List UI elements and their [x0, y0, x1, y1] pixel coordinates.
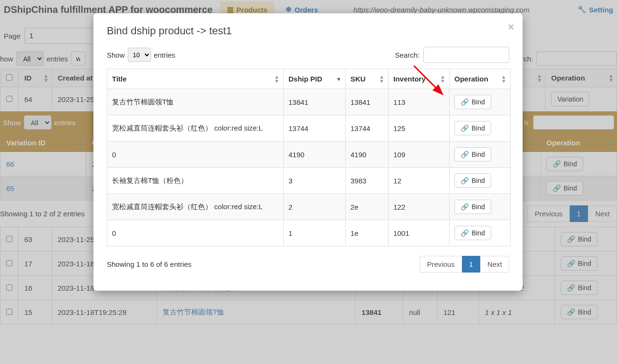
row-checkbox[interactable]	[6, 260, 12, 266]
cell-title: 宽松减直筒连帽套头衫（红色） color:red size:L	[107, 194, 284, 220]
bars-icon: ▥	[227, 5, 234, 14]
bind-button[interactable]: 🔗Bind	[561, 281, 597, 295]
link-icon: 🔗	[461, 98, 469, 106]
cell-title: 0	[107, 142, 284, 168]
col-operation[interactable]: Operation▲▼	[450, 69, 511, 89]
bind-button[interactable]: 🔗 Bind	[454, 95, 491, 109]
globe-icon: ❄	[286, 5, 292, 14]
cell-vid[interactable]: 66	[0, 152, 86, 176]
site-url: https://woo-dreamily-baby-unknown.wpcoms…	[353, 6, 529, 14]
show-label-partial: how	[0, 55, 13, 63]
sort-desc-icon: ▼	[336, 77, 341, 81]
bind-button[interactable]: 🔗Bind	[546, 157, 583, 171]
cell-pid: 13744	[284, 115, 346, 142]
cell-inventory: 125	[389, 115, 450, 142]
link-icon: 🔗	[461, 177, 469, 184]
prev-page[interactable]: Previous	[527, 205, 569, 222]
select-all-checkbox[interactable]	[6, 74, 12, 81]
table-row: 长袖复古棉T恤（粉色）3398312🔗 Bind	[107, 168, 511, 194]
bind-product-modal: × Bind dship product -> test1 Show 10 en…	[93, 13, 523, 291]
cell-title: 复古竹节棉圆领T恤	[107, 89, 284, 115]
bind-button[interactable]: 🔗 Bind	[454, 173, 491, 188]
table-row: 041904190109🔗 Bind	[107, 142, 511, 168]
sort-icon: ▲▼	[274, 75, 279, 83]
sort-icon: ▲▼	[537, 74, 542, 82]
col-created[interactable]: Created at	[58, 74, 93, 82]
col-operation-2[interactable]: Operation	[546, 139, 580, 147]
bind-button[interactable]: 🔗 Bind	[454, 226, 491, 240]
cell-size: 1 x 1 x 1	[479, 300, 555, 324]
next-page[interactable]: Next	[480, 256, 509, 273]
col-operation[interactable]: Operation	[551, 74, 585, 82]
link-icon: 🔗	[461, 151, 469, 158]
variation-button[interactable]: Variation	[551, 92, 589, 106]
sort-icon: ▲▼	[608, 139, 614, 147]
bind-button[interactable]: 🔗Bind	[561, 305, 597, 319]
sort-icon: ▲▼	[379, 75, 384, 83]
close-icon[interactable]: ×	[508, 21, 514, 33]
bind-button[interactable]: 🔗 Bind	[454, 200, 491, 214]
cell-vid[interactable]: 65	[0, 176, 86, 201]
show-label: Show	[3, 119, 21, 127]
cell-title: 长袖复古棉T恤（粉色）	[107, 168, 284, 194]
search-label: Search:	[395, 51, 420, 59]
link-icon: 🔗	[567, 260, 575, 267]
cell-sku: 4190	[346, 142, 389, 168]
we-input[interactable]	[71, 51, 85, 66]
col-title[interactable]: Title▲▼	[107, 69, 284, 89]
entries-select-modal[interactable]: 10	[128, 48, 151, 62]
entries-select-2[interactable]: All	[24, 115, 51, 130]
bind-button[interactable]: 🔗Bind	[546, 181, 583, 195]
col-pid[interactable]: Dship PID▼	[284, 69, 346, 89]
cell-pid: 3	[284, 168, 346, 194]
bind-button[interactable]: 🔗Bind	[561, 232, 597, 246]
page-1[interactable]: 1	[570, 205, 588, 222]
cell-id: 17	[19, 252, 52, 276]
bg-search-input[interactable]	[536, 51, 617, 66]
col-id[interactable]: ID	[24, 74, 31, 82]
bind-button[interactable]: 🔗Bind	[561, 256, 597, 271]
prev-page[interactable]: Previous	[420, 256, 462, 273]
cell-sku: 13841	[346, 89, 389, 115]
cell-pid: 13841	[356, 300, 403, 324]
cell-inventory: 113	[389, 89, 450, 115]
col-sku[interactable]: SKU▲▼	[346, 69, 389, 89]
sort-icon: ▲▼	[440, 75, 445, 83]
page-label: Page	[4, 32, 21, 40]
cell-title[interactable]: 复古竹节棉圆领T恤	[157, 300, 356, 324]
table-row: 152023-11-18T19:25:28复古竹节棉圆领T恤13841null1…	[0, 300, 617, 324]
cell-id: 63	[19, 227, 52, 252]
row-checkbox[interactable]	[6, 309, 12, 315]
cell-id: 15	[19, 300, 52, 324]
bind-products-table: Title▲▼ Dship PID▼ SKU▲▼ Inventory▲▼ Ope…	[107, 69, 511, 246]
search-input[interactable]	[423, 47, 509, 63]
link-icon: 🔗	[461, 124, 469, 132]
bind-button[interactable]: 🔗 Bind	[454, 121, 491, 135]
col-inventory[interactable]: Inventory▲▼	[389, 69, 450, 89]
search-label-partial-2: h:	[524, 119, 530, 127]
sort-icon: ▲▼	[501, 75, 506, 83]
cell-sku: null	[403, 300, 437, 324]
bind-button[interactable]: 🔗 Bind	[454, 147, 491, 162]
page-1[interactable]: 1	[462, 256, 480, 273]
next-page[interactable]: Next	[588, 205, 617, 222]
setting-link[interactable]: 🔧 Setting	[577, 5, 613, 14]
col-variation-id[interactable]: Variation ID	[6, 139, 46, 147]
row-checkbox[interactable]	[6, 96, 12, 102]
entries-label: entries	[47, 55, 68, 63]
setting-label: Setting	[589, 6, 613, 14]
sort-icon: ▲▼	[43, 74, 49, 82]
link-icon: 🔗	[553, 184, 561, 192]
row-checkbox[interactable]	[6, 284, 12, 291]
cell-sku: 3983	[346, 168, 389, 194]
cell-pid: 2	[284, 194, 346, 220]
row-checkbox[interactable]	[6, 236, 12, 242]
bg-search-input-2[interactable]	[533, 115, 614, 130]
pagination: Previous 1 Next	[527, 205, 617, 222]
link-icon: 🔗	[567, 284, 575, 292]
modal-title: Bind dship product -> test1	[107, 25, 509, 37]
cell-inventory: 109	[389, 142, 450, 168]
cell-id: 16	[19, 276, 52, 300]
entries-select[interactable]: All	[16, 51, 44, 66]
link-icon: 🔗	[461, 203, 469, 211]
